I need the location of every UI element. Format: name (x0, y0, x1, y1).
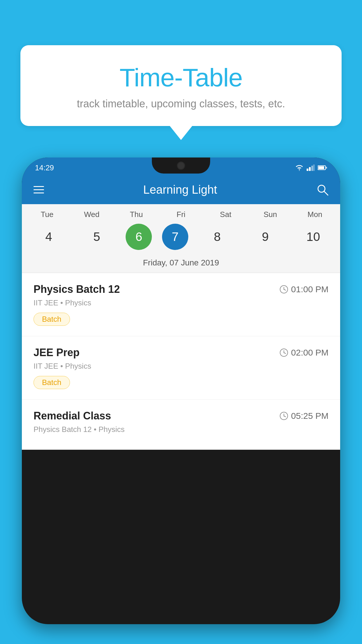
svg-rect-3 (313, 164, 315, 171)
bubble-title: Time-Table (35, 63, 327, 92)
schedule-title-1: Physics Batch 12 (34, 283, 120, 295)
status-icons (295, 164, 327, 171)
clock-icon-2 (280, 348, 288, 357)
schedule-subtitle-1: IIT JEE • Physics (34, 298, 328, 307)
day-tue: Tue (28, 210, 66, 219)
phone-container: 14:29 (22, 158, 340, 644)
menu-icon[interactable] (34, 186, 44, 193)
day-sun: Sun (251, 210, 289, 219)
date-6-today[interactable]: 6 (126, 224, 152, 250)
bubble-subtitle: track timetable, upcoming classes, tests… (35, 98, 327, 110)
svg-rect-0 (307, 169, 308, 171)
schedule-time-3: 05:25 PM (280, 411, 328, 421)
day-mon: Mon (296, 210, 334, 219)
date-9[interactable]: 9 (246, 224, 284, 250)
svg-line-17 (284, 416, 286, 417)
day-wed: Wed (73, 210, 111, 219)
schedule-item-3[interactable]: Remedial Class 05:25 PM Physics Batch 12… (22, 400, 340, 450)
schedule-item-1[interactable]: Physics Batch 12 01:00 PM IIT JEE • Phys… (22, 273, 340, 336)
batch-badge-1: Batch (34, 313, 70, 326)
app-header: Learning Light (22, 175, 340, 204)
wifi-icon (295, 164, 304, 171)
day-sat: Sat (207, 210, 245, 219)
svg-line-11 (284, 289, 286, 290)
status-time: 14:29 (35, 163, 54, 172)
svg-line-8 (324, 191, 328, 195)
speech-bubble: Time-Table track timetable, upcoming cla… (20, 45, 342, 126)
schedule-title-2: JEE Prep (34, 346, 80, 359)
svg-rect-2 (311, 166, 313, 171)
date-10[interactable]: 10 (294, 224, 332, 250)
schedule-subtitle-2: IIT JEE • Physics (34, 362, 328, 371)
svg-rect-1 (309, 167, 311, 171)
date-7-selected[interactable]: 7 (162, 224, 188, 250)
phone-camera (177, 162, 185, 170)
phone-frame: 14:29 (22, 158, 340, 624)
signal-icon (307, 164, 315, 171)
search-icon[interactable] (316, 183, 328, 196)
date-8[interactable]: 8 (198, 224, 236, 250)
schedule-title-3: Remedial Class (34, 410, 111, 422)
batch-badge-2: Batch (34, 376, 70, 389)
phone-notch (152, 158, 210, 174)
battery-icon (318, 165, 327, 170)
schedule-time-2: 02:00 PM (280, 348, 328, 358)
calendar-days-header: Tue Wed Thu Fri Sat Sun Mon (22, 204, 340, 221)
date-5[interactable]: 5 (78, 224, 116, 250)
schedule-list: Physics Batch 12 01:00 PM IIT JEE • Phys… (22, 273, 340, 450)
svg-rect-6 (326, 167, 327, 169)
svg-rect-5 (318, 166, 324, 169)
clock-icon-1 (280, 285, 288, 294)
calendar-dates: 4 5 6 7 8 9 10 (22, 221, 340, 255)
day-fri: Fri (162, 210, 200, 219)
clock-icon-3 (280, 412, 288, 420)
schedule-time-1: 01:00 PM (280, 284, 328, 294)
day-thu: Thu (117, 210, 155, 219)
schedule-item-2[interactable]: JEE Prep 02:00 PM IIT JEE • Physics Batc… (22, 336, 340, 400)
date-4[interactable]: 4 (30, 224, 68, 250)
calendar-section: Tue Wed Thu Fri Sat Sun Mon 4 5 6 7 8 9 … (22, 204, 340, 273)
selected-date-label: Friday, 07 June 2019 (22, 255, 340, 273)
svg-line-14 (284, 353, 286, 354)
app-title: Learning Light (143, 183, 217, 196)
schedule-subtitle-3: Physics Batch 12 • Physics (34, 425, 328, 434)
